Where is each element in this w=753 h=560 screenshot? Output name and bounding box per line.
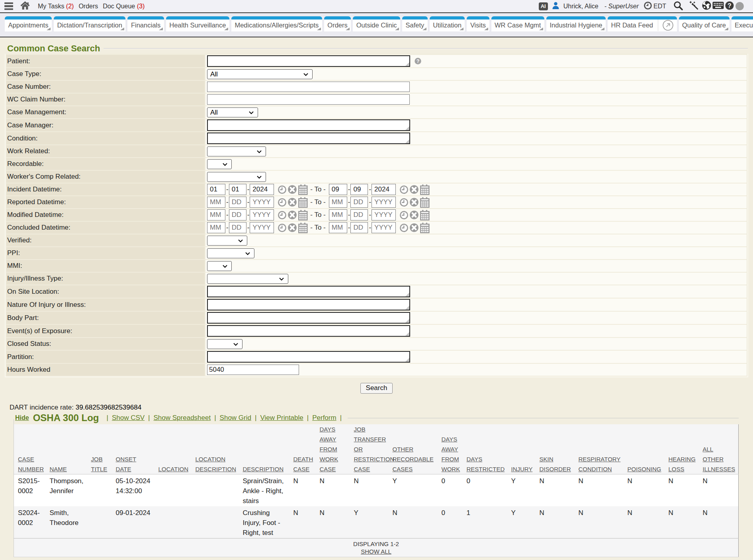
svg-text:?: ? [728, 2, 731, 9]
svg-text:?: ? [417, 59, 420, 64]
